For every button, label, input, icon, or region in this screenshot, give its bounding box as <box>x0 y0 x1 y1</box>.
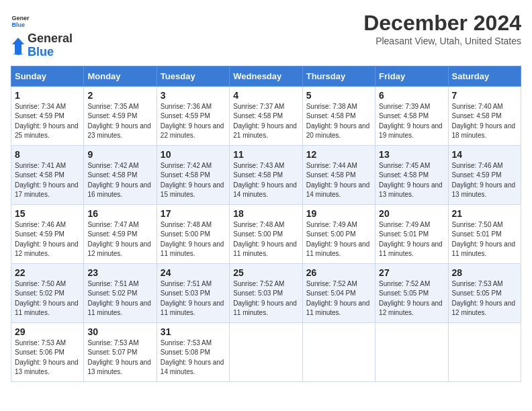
day-number: 30 <box>87 326 152 337</box>
month-title: December 2024 <box>363 11 521 36</box>
sunrise-text: Sunrise: 7:52 AM <box>379 279 444 289</box>
daylight-text: Daylight: 9 hours and 13 minutes. <box>379 181 444 200</box>
day-number: 9 <box>87 149 152 160</box>
calendar-table: SundayMondayTuesdayWednesdayThursdayFrid… <box>11 66 521 382</box>
weekday-header-cell: Saturday <box>448 66 521 86</box>
day-number: 29 <box>15 326 80 337</box>
day-number: 13 <box>379 149 444 160</box>
sunrise-text: Sunrise: 7:41 AM <box>15 161 80 171</box>
daylight-text: Daylight: 9 hours and 11 minutes. <box>233 240 298 259</box>
calendar-day-cell: 24 Sunrise: 7:51 AM Sunset: 5:03 PM Dayl… <box>157 263 229 322</box>
day-number: 2 <box>87 90 152 101</box>
day-info: Sunrise: 7:39 AM Sunset: 4:58 PM Dayligh… <box>379 102 444 141</box>
sunset-text: Sunset: 4:58 PM <box>233 111 298 122</box>
calendar-day-cell: 29 Sunrise: 7:53 AM Sunset: 5:06 PM Dayl… <box>11 322 84 381</box>
day-number: 31 <box>161 326 226 337</box>
day-number: 18 <box>233 208 298 219</box>
svg-text:General: General <box>11 15 30 21</box>
sunset-text: Sunset: 4:58 PM <box>161 171 226 181</box>
daylight-text: Daylight: 9 hours and 11 minutes. <box>15 299 80 318</box>
daylight-text: Daylight: 9 hours and 12 minutes. <box>87 240 152 259</box>
sunset-text: Sunset: 4:59 PM <box>15 230 80 240</box>
daylight-text: Daylight: 9 hours and 12 minutes. <box>379 299 444 318</box>
calendar-day-cell: 31 Sunrise: 7:53 AM Sunset: 5:08 PM Dayl… <box>157 322 229 381</box>
logo-bird-icon <box>11 36 26 55</box>
sunset-text: Sunset: 5:05 PM <box>452 289 517 299</box>
day-info: Sunrise: 7:48 AM Sunset: 5:00 PM Dayligh… <box>161 220 226 259</box>
calendar-day-cell: 7 Sunrise: 7:40 AM Sunset: 4:58 PM Dayli… <box>448 86 521 145</box>
sunrise-text: Sunrise: 7:45 AM <box>379 161 444 171</box>
sunrise-text: Sunrise: 7:51 AM <box>87 279 152 289</box>
daylight-text: Daylight: 9 hours and 14 minutes. <box>233 181 298 200</box>
sunset-text: Sunset: 4:59 PM <box>161 111 226 122</box>
day-number: 24 <box>161 267 226 278</box>
sunset-text: Sunset: 5:02 PM <box>87 289 152 299</box>
calendar-day-cell: 25 Sunrise: 7:52 AM Sunset: 5:03 PM Dayl… <box>230 263 302 322</box>
calendar-day-cell: 27 Sunrise: 7:52 AM Sunset: 5:05 PM Dayl… <box>375 263 448 322</box>
calendar-day-cell: 20 Sunrise: 7:49 AM Sunset: 5:01 PM Dayl… <box>375 204 448 263</box>
title-area: December 2024 Pleasant View, Utah, Unite… <box>363 11 521 46</box>
calendar-day-cell: 22 Sunrise: 7:50 AM Sunset: 5:02 PM Dayl… <box>11 263 84 322</box>
day-info: Sunrise: 7:41 AM Sunset: 4:58 PM Dayligh… <box>15 161 80 200</box>
sunset-text: Sunset: 5:04 PM <box>306 289 371 299</box>
sunset-text: Sunset: 4:59 PM <box>15 111 80 122</box>
sunset-text: Sunset: 5:00 PM <box>306 230 371 240</box>
daylight-text: Daylight: 9 hours and 18 minutes. <box>452 122 517 141</box>
calendar-week-row: 15 Sunrise: 7:46 AM Sunset: 4:59 PM Dayl… <box>11 204 521 263</box>
weekday-header-cell: Monday <box>84 66 157 86</box>
calendar-day-cell: 19 Sunrise: 7:49 AM Sunset: 5:00 PM Dayl… <box>302 204 375 263</box>
sunrise-text: Sunrise: 7:49 AM <box>306 220 371 230</box>
day-info: Sunrise: 7:34 AM Sunset: 4:59 PM Dayligh… <box>15 102 80 141</box>
day-info: Sunrise: 7:45 AM Sunset: 4:58 PM Dayligh… <box>379 161 444 200</box>
daylight-text: Daylight: 9 hours and 25 minutes. <box>15 122 80 141</box>
calendar-day-cell: 30 Sunrise: 7:53 AM Sunset: 5:07 PM Dayl… <box>84 322 157 381</box>
day-number: 23 <box>87 267 152 278</box>
day-number: 12 <box>306 149 371 160</box>
calendar-day-cell: 2 Sunrise: 7:35 AM Sunset: 4:59 PM Dayli… <box>84 86 157 145</box>
day-info: Sunrise: 7:53 AM Sunset: 5:07 PM Dayligh… <box>87 338 152 377</box>
sunset-text: Sunset: 5:06 PM <box>15 348 80 358</box>
weekday-header-cell: Friday <box>375 66 448 86</box>
calendar-day-cell: 15 Sunrise: 7:46 AM Sunset: 4:59 PM Dayl… <box>11 204 84 263</box>
day-info: Sunrise: 7:35 AM Sunset: 4:59 PM Dayligh… <box>87 102 152 141</box>
weekday-header-cell: Wednesday <box>230 66 302 86</box>
day-info: Sunrise: 7:36 AM Sunset: 4:59 PM Dayligh… <box>161 102 226 141</box>
sunrise-text: Sunrise: 7:38 AM <box>306 102 371 112</box>
sunset-text: Sunset: 5:01 PM <box>379 230 444 240</box>
sunrise-text: Sunrise: 7:48 AM <box>233 220 298 230</box>
logo: General Blue General Blue <box>11 11 73 59</box>
day-info: Sunrise: 7:38 AM Sunset: 4:58 PM Dayligh… <box>306 102 371 141</box>
day-info: Sunrise: 7:49 AM Sunset: 5:00 PM Dayligh… <box>306 220 371 259</box>
sunrise-text: Sunrise: 7:52 AM <box>306 279 371 289</box>
day-info: Sunrise: 7:52 AM Sunset: 5:04 PM Dayligh… <box>306 279 371 318</box>
calendar-day-cell: 17 Sunrise: 7:48 AM Sunset: 5:00 PM Dayl… <box>157 204 229 263</box>
day-number: 14 <box>452 149 517 160</box>
day-info: Sunrise: 7:52 AM Sunset: 5:05 PM Dayligh… <box>379 279 444 318</box>
sunrise-text: Sunrise: 7:46 AM <box>15 220 80 230</box>
sunset-text: Sunset: 5:00 PM <box>233 230 298 240</box>
sunrise-text: Sunrise: 7:40 AM <box>452 102 517 112</box>
calendar-week-row: 1 Sunrise: 7:34 AM Sunset: 4:59 PM Dayli… <box>11 86 521 145</box>
day-number: 7 <box>452 90 517 101</box>
day-info: Sunrise: 7:48 AM Sunset: 5:00 PM Dayligh… <box>233 220 298 259</box>
sunrise-text: Sunrise: 7:53 AM <box>452 279 517 289</box>
logo-icon: General Blue <box>11 11 30 30</box>
sunrise-text: Sunrise: 7:51 AM <box>161 279 226 289</box>
sunrise-text: Sunrise: 7:35 AM <box>87 102 152 112</box>
daylight-text: Daylight: 9 hours and 11 minutes. <box>233 299 298 318</box>
sunset-text: Sunset: 5:05 PM <box>379 289 444 299</box>
day-info: Sunrise: 7:50 AM Sunset: 5:02 PM Dayligh… <box>15 279 80 318</box>
daylight-text: Daylight: 9 hours and 19 minutes. <box>379 122 444 141</box>
svg-marker-4 <box>12 38 24 55</box>
day-info: Sunrise: 7:37 AM Sunset: 4:58 PM Dayligh… <box>233 102 298 141</box>
calendar-day-cell: 14 Sunrise: 7:46 AM Sunset: 4:59 PM Dayl… <box>448 145 521 204</box>
calendar-day-cell: 10 Sunrise: 7:42 AM Sunset: 4:58 PM Dayl… <box>157 145 229 204</box>
day-number: 19 <box>306 208 371 219</box>
sunset-text: Sunset: 4:58 PM <box>306 111 371 122</box>
calendar-day-cell: 11 Sunrise: 7:43 AM Sunset: 4:58 PM Dayl… <box>230 145 302 204</box>
daylight-text: Daylight: 9 hours and 13 minutes. <box>87 358 152 377</box>
sunset-text: Sunset: 5:02 PM <box>15 289 80 299</box>
calendar-week-row: 8 Sunrise: 7:41 AM Sunset: 4:58 PM Dayli… <box>11 145 521 204</box>
day-info: Sunrise: 7:40 AM Sunset: 4:58 PM Dayligh… <box>452 102 517 141</box>
day-number: 21 <box>452 208 517 219</box>
